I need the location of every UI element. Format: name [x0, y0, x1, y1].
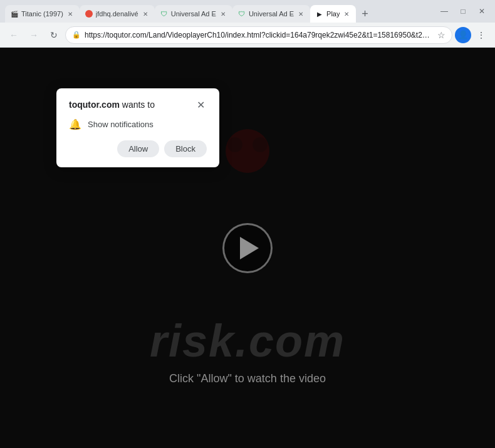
toolbar-right: 👤 ⋮ [455, 26, 490, 44]
tab-favicon-5: ▶ [315, 9, 324, 18]
popup-site: toqutor.com [69, 100, 120, 110]
popup-buttons: Allow Block [69, 140, 207, 157]
tab-play[interactable]: ▶ Play ✕ [310, 5, 356, 23]
tabs-area: 🎬 Titanic (1997) ✕ jfdhq.denalivé ✕ 🛡 Un… [5, 0, 436, 23]
tab-title-2: jfdhq.denalivé [96, 10, 138, 18]
tab-favicon-4: 🛡 [237, 9, 246, 18]
tab-jfdhq[interactable]: jfdhq.denalivé ✕ [80, 5, 155, 23]
play-button[interactable] [222, 223, 273, 273]
toolbar: ← → ↻ 🔒 https://toqutor.com/Land/Videopl… [0, 23, 495, 48]
profile-button[interactable]: 👤 [455, 27, 471, 43]
address-text: https://toqutor.com/Land/VideoplayerCh10… [85, 31, 434, 39]
svg-point-0 [226, 129, 269, 173]
allow-button[interactable]: Allow [117, 140, 159, 157]
page-content: risk.com Click "Allow" to watch the vide… [0, 48, 495, 448]
popup-wants-to: wants to [120, 100, 155, 110]
block-button[interactable]: Block [164, 140, 207, 157]
bell-icon: 🔔 [69, 118, 81, 130]
svg-point-2 [253, 137, 268, 152]
browser-window: 🎬 Titanic (1997) ✕ jfdhq.denalivé ✕ 🛡 Un… [0, 0, 495, 448]
tab-favicon-2 [85, 9, 93, 18]
tab-close-3[interactable]: ✕ [219, 9, 227, 18]
lock-icon: 🔒 [72, 31, 81, 39]
menu-button[interactable]: ⋮ [472, 26, 490, 44]
forward-button[interactable]: → [25, 26, 43, 44]
tab-titanic[interactable]: 🎬 Titanic (1997) ✕ [5, 5, 80, 23]
tab-close-5[interactable]: ✕ [342, 9, 351, 18]
svg-point-1 [227, 137, 242, 152]
window-controls: — □ ✕ [436, 3, 490, 19]
popup-notification-label: Show notifications [88, 120, 154, 129]
popup-title: toqutor.com wants to [69, 100, 155, 110]
cta-text: Click "Allow" to watch the video [169, 372, 326, 385]
popup-header: toqutor.com wants to ✕ [69, 98, 207, 111]
tab-favicon-3: 🛡 [160, 9, 169, 18]
bookmark-icon[interactable]: ☆ [437, 30, 446, 40]
play-triangle-icon [240, 237, 259, 259]
back-button[interactable]: ← [5, 26, 23, 44]
title-bar: 🎬 Titanic (1997) ✕ jfdhq.denalivé ✕ 🛡 Un… [0, 0, 495, 23]
tab-close-1[interactable]: ✕ [66, 9, 75, 18]
popup-notification-row: 🔔 Show notifications [69, 118, 207, 130]
minimize-button[interactable]: — [436, 3, 452, 19]
close-button[interactable]: ✕ [474, 3, 490, 19]
tab-title-3: Universal Ad E [171, 10, 216, 18]
tab-close-4[interactable]: ✕ [296, 9, 305, 18]
tab-universal1[interactable]: 🛡 Universal Ad E ✕ [155, 5, 232, 23]
new-tab-button[interactable]: + [356, 5, 373, 23]
tab-title-5: Play [326, 10, 340, 18]
maximize-button[interactable]: □ [455, 3, 471, 19]
tab-title-4: Universal Ad E [249, 10, 294, 18]
tab-universal2[interactable]: 🛡 Universal Ad E ✕ [232, 5, 310, 23]
popup-close-button[interactable]: ✕ [194, 98, 207, 111]
reload-button[interactable]: ↻ [45, 26, 63, 44]
notification-popup: toqutor.com wants to ✕ 🔔 Show notificati… [56, 88, 219, 167]
watermark-text: risk.com [150, 315, 345, 367]
tab-close-2[interactable]: ✕ [141, 9, 150, 18]
tab-title-1: Titanic (1997) [21, 10, 63, 18]
address-bar[interactable]: 🔒 https://toqutor.com/Land/VideoplayerCh… [65, 26, 452, 44]
tab-favicon-1: 🎬 [10, 9, 19, 18]
